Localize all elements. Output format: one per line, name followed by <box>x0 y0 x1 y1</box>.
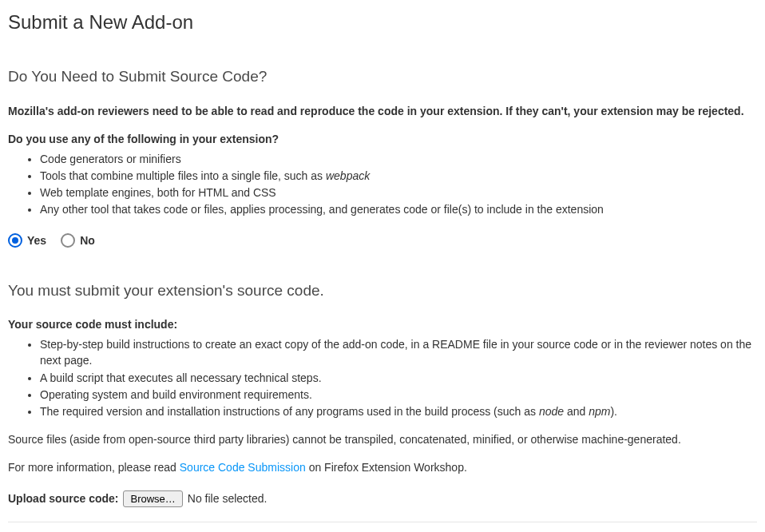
browse-button[interactable]: Browse… <box>123 490 182 507</box>
must-include-label: Your source code must include: <box>8 316 757 333</box>
must-submit-heading: You must submit your extension's source … <box>8 280 757 303</box>
tools-list: Code generators or minifiers Tools that … <box>8 151 757 218</box>
page-title: Submit a New Add-on <box>8 8 757 37</box>
list-item: Operating system and build environment r… <box>40 387 757 403</box>
list-item: Step-by-step build instructions to creat… <box>40 336 757 369</box>
list-item: A build script that executes all necessa… <box>40 370 757 386</box>
list-item-em: webpack <box>326 169 370 182</box>
list-item: The required version and installation in… <box>40 403 757 419</box>
radio-yes[interactable]: Yes <box>8 232 46 249</box>
radio-yes-label: Yes <box>27 232 46 249</box>
list-item-text: The required version and installation in… <box>40 405 539 418</box>
list-item-text: and <box>564 405 589 418</box>
radio-no[interactable]: No <box>61 232 95 249</box>
upload-label: Upload source code: <box>8 490 118 507</box>
list-item-text: ). <box>610 405 617 418</box>
intro-text: Mozilla's add-on reviewers need to be ab… <box>8 103 757 120</box>
file-status: No file selected. <box>188 490 268 507</box>
source-code-question-heading: Do You Need to Submit Source Code? <box>8 66 757 89</box>
radio-icon <box>61 233 75 248</box>
tools-question: Do you use any of the following in your … <box>8 131 757 148</box>
source-files-note: Source files (aside from open-source thi… <box>8 431 757 448</box>
divider <box>8 522 757 522</box>
list-item: Web template engines, both for HTML and … <box>40 185 757 200</box>
list-item: Tools that combine multiple files into a… <box>40 168 757 184</box>
source-code-radio-group: Yes No <box>8 232 757 249</box>
radio-icon <box>8 233 22 248</box>
upload-row: Upload source code: Browse… No file sele… <box>8 490 757 507</box>
list-item-text: Tools that combine multiple files into a… <box>40 169 326 182</box>
requirements-list: Step-by-step build instructions to creat… <box>8 336 757 419</box>
list-item: Code generators or minifiers <box>40 151 757 167</box>
list-item-em: npm <box>589 405 610 418</box>
list-item-em: node <box>539 405 564 418</box>
info-text-pre: For more information, please read <box>8 461 180 474</box>
radio-no-label: No <box>80 232 95 249</box>
info-text-post: on Firefox Extension Workshop. <box>306 461 467 474</box>
more-info-line: For more information, please read Source… <box>8 459 757 476</box>
list-item: Any other tool that takes code or files,… <box>40 201 757 217</box>
source-code-submission-link[interactable]: Source Code Submission <box>180 461 306 474</box>
